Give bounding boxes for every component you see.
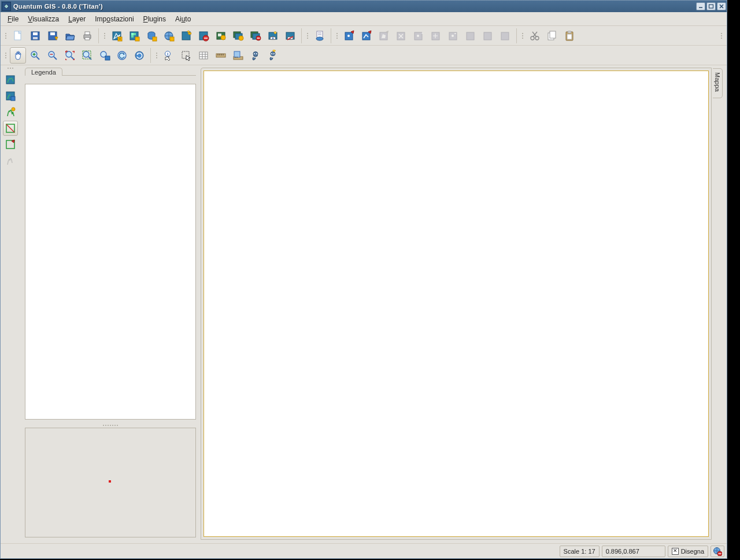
copy-features-button[interactable] bbox=[544, 28, 560, 44]
svg-rect-83 bbox=[567, 34, 572, 39]
remove-layer-button[interactable] bbox=[195, 28, 212, 44]
svg-rect-82 bbox=[568, 31, 571, 33]
add-vertex-button[interactable]: + bbox=[410, 28, 427, 44]
overview-extent-marker bbox=[109, 480, 111, 483]
menu-layer[interactable]: Layer bbox=[65, 14, 89, 24]
toolbar-grip[interactable] bbox=[306, 28, 309, 44]
delete-selected-button[interactable] bbox=[393, 28, 409, 44]
project-properties-button[interactable] bbox=[312, 28, 328, 44]
edit-copy-button[interactable] bbox=[480, 28, 496, 44]
print-button[interactable] bbox=[79, 28, 95, 44]
zoom-full-button[interactable] bbox=[62, 47, 78, 64]
svg-point-125 bbox=[254, 53, 255, 54]
zoom-out-button[interactable] bbox=[45, 47, 61, 64]
save-project-as-button[interactable] bbox=[45, 28, 61, 44]
cut-features-button[interactable] bbox=[527, 28, 543, 44]
capture-point-button[interactable] bbox=[341, 28, 357, 44]
svg-line-92 bbox=[71, 57, 74, 60]
svg-line-89 bbox=[54, 57, 57, 60]
svg-text:+: + bbox=[119, 37, 121, 41]
svg-rect-15 bbox=[85, 38, 90, 40]
toolbar-grip[interactable] bbox=[155, 47, 158, 64]
capture-line-button[interactable] bbox=[358, 28, 375, 44]
zoom-in-button[interactable] bbox=[27, 47, 43, 64]
menu-settings[interactable]: Impostazioni bbox=[91, 14, 137, 24]
menu-file[interactable]: File bbox=[4, 14, 22, 24]
grass-add-raster-button[interactable] bbox=[3, 88, 18, 103]
legend-tab[interactable]: Legenda bbox=[25, 68, 62, 76]
zoom-to-selection-button[interactable] bbox=[79, 47, 95, 64]
toolbar-grip[interactable] bbox=[103, 28, 106, 44]
grass-tools-button[interactable] bbox=[3, 105, 18, 120]
zoom-last-button[interactable] bbox=[114, 47, 130, 64]
menu-plugins[interactable]: Plugins bbox=[140, 14, 169, 24]
save-project-button[interactable] bbox=[27, 28, 43, 44]
add-postgis-layer-button[interactable] bbox=[143, 28, 160, 44]
svg-point-91 bbox=[66, 51, 72, 57]
delete-vertex-button[interactable] bbox=[445, 28, 461, 44]
close-button[interactable] bbox=[717, 2, 726, 10]
pan-button[interactable] bbox=[10, 47, 26, 64]
toolbar-grip[interactable] bbox=[3, 68, 18, 71]
open-table-button[interactable] bbox=[195, 47, 212, 64]
show-bookmarks-button[interactable] bbox=[247, 47, 264, 64]
grass-edit-button[interactable] bbox=[3, 153, 18, 168]
new-project-button[interactable] bbox=[10, 28, 26, 44]
hide-all-layers-button[interactable] bbox=[282, 28, 298, 44]
coordinates-field: 0.896,0.867 bbox=[602, 546, 665, 557]
zoom-to-layer-button[interactable] bbox=[97, 47, 113, 64]
edit-paste-button[interactable] bbox=[497, 28, 513, 44]
menu-help[interactable]: Aiuto bbox=[172, 14, 194, 24]
in-overview-button[interactable] bbox=[213, 28, 229, 44]
add-wms-layer-button[interactable] bbox=[161, 28, 177, 44]
grass-edit-region-button[interactable] bbox=[3, 137, 18, 152]
map-tab[interactable]: Mappa bbox=[713, 68, 723, 98]
toolbar-row-1: + bbox=[1, 26, 727, 46]
scale-field[interactable]: Scale 1: 17 bbox=[560, 546, 600, 557]
add-vector-layer-button[interactable]: + bbox=[109, 28, 125, 44]
add-raster-layer-button[interactable] bbox=[126, 28, 142, 44]
measure-line-button[interactable] bbox=[213, 47, 229, 64]
svg-rect-9 bbox=[33, 37, 38, 39]
new-vector-layer-button[interactable] bbox=[178, 28, 194, 44]
capture-polygon-button[interactable] bbox=[376, 28, 392, 44]
open-project-button[interactable] bbox=[62, 28, 78, 44]
svg-rect-133 bbox=[11, 97, 15, 101]
identify-button[interactable]: i bbox=[161, 47, 177, 64]
toolbar-row-2: i bbox=[1, 46, 727, 65]
canvas-zone: Mappa bbox=[199, 65, 727, 543]
minimize-button[interactable] bbox=[696, 2, 705, 10]
horizontal-splitter[interactable] bbox=[21, 423, 199, 428]
remove-all-from-overview-button[interactable] bbox=[247, 28, 264, 44]
refresh-button[interactable] bbox=[131, 47, 147, 64]
toolbar-grip[interactable] bbox=[335, 28, 339, 44]
toolbar-grip[interactable] bbox=[720, 28, 723, 44]
svg-rect-36 bbox=[218, 34, 221, 36]
select-features-button[interactable] bbox=[178, 47, 194, 64]
toolbar-grip[interactable] bbox=[4, 28, 8, 44]
maximize-button[interactable] bbox=[706, 2, 716, 10]
status-bar: Scale 1: 17 0.896,0.867 ✕Disegna bbox=[1, 543, 727, 558]
toolbar-grip[interactable] bbox=[521, 28, 524, 44]
toolbar-grip[interactable] bbox=[4, 47, 8, 64]
grass-add-vector-button[interactable] bbox=[3, 72, 18, 87]
paste-features-button[interactable] bbox=[561, 28, 578, 44]
edit-cut-button[interactable] bbox=[462, 28, 479, 44]
render-checkbox-icon: ✕ bbox=[672, 548, 679, 555]
move-vertex-button[interactable] bbox=[428, 28, 444, 44]
legend-list[interactable] bbox=[25, 84, 196, 420]
svg-line-85 bbox=[36, 57, 39, 60]
grass-region-button[interactable] bbox=[3, 121, 18, 136]
measure-area-button[interactable] bbox=[230, 47, 246, 64]
new-bookmark-button[interactable] bbox=[265, 47, 281, 64]
show-all-layers-button[interactable] bbox=[265, 28, 281, 44]
legend-panel: Legenda bbox=[20, 65, 199, 543]
menu-view[interactable]: Visualizza bbox=[24, 14, 62, 24]
svg-rect-80 bbox=[550, 31, 556, 38]
projection-status-button[interactable] bbox=[711, 546, 724, 557]
overview-map[interactable] bbox=[25, 428, 196, 537]
render-toggle[interactable]: ✕Disegna bbox=[668, 546, 708, 557]
map-canvas[interactable] bbox=[204, 71, 709, 537]
svg-point-48 bbox=[272, 37, 274, 39]
add-all-to-overview-button[interactable] bbox=[230, 28, 246, 44]
